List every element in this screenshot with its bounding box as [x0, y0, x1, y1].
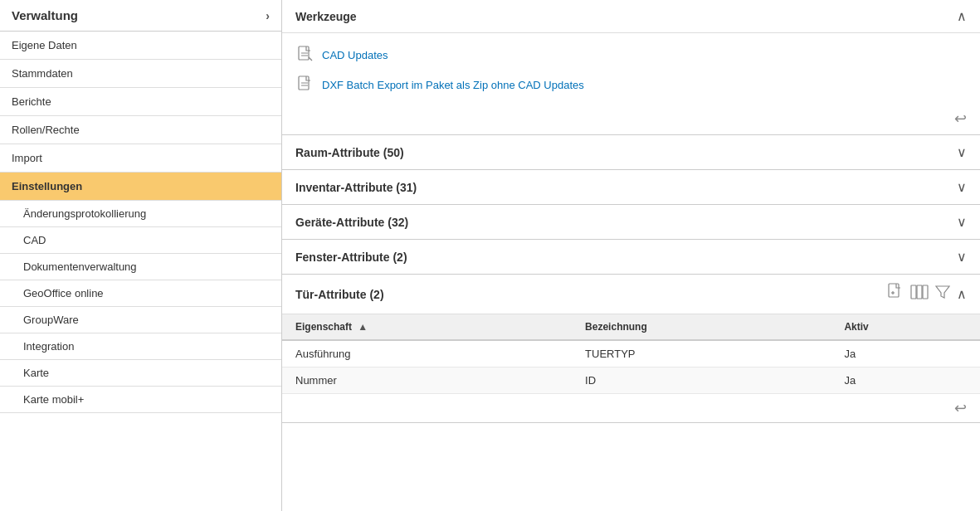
sidebar-header: Verwaltung ›	[0, 0, 281, 32]
geraete-attribute-chevron-icon[interactable]: ∨	[957, 214, 967, 230]
tuer-attribute-title: Tür-Attribute (2)	[295, 288, 384, 301]
tuer-attribute-table: Eigenschaft ▲ Bezeichnung Aktiv Ausführu…	[282, 314, 980, 394]
tuer-new-doc-icon[interactable]	[887, 283, 904, 305]
cell-bezeichnung-1: ID	[572, 367, 831, 394]
svg-rect-11	[923, 285, 928, 299]
inventar-attribute-header[interactable]: Inventar-Attribute (31) ∨	[282, 170, 980, 204]
cell-aktiv-0: Ja	[831, 340, 980, 367]
tuer-attribute-chevron-icon[interactable]: ∧	[957, 286, 967, 302]
section-geraete-attribute: Geräte-Attribute (32) ∨	[282, 205, 980, 240]
werkzeuge-footer: ↩	[282, 106, 980, 134]
sidebar-item-geooffice-online[interactable]: GeoOffice online	[0, 280, 281, 307]
tuer-table-body: Ausführung TUERTYP Ja Nummer ID Ja	[282, 340, 980, 394]
sidebar-item-karte-mobil[interactable]: Karte mobil+	[0, 387, 281, 413]
section-inventar-attribute: Inventar-Attribute (31) ∨	[282, 170, 980, 205]
werkzeuge-chevron-icon[interactable]: ∧	[957, 8, 967, 24]
main-content: Werkzeuge ∧ CAD Updates	[282, 0, 980, 511]
sidebar-item-aenderungsprotokollierung[interactable]: Änderungsprotokollierung	[0, 201, 281, 227]
werkzeuge-item-cad-updates-label: CAD Updates	[322, 49, 388, 61]
inventar-attribute-title: Inventar-Attribute (31)	[295, 181, 417, 194]
cell-bezeichnung-0: TUERTYP	[572, 340, 831, 367]
tuer-undo-icon[interactable]: ↩	[954, 399, 967, 417]
werkzeuge-header[interactable]: Werkzeuge ∧	[282, 0, 980, 33]
raum-attribute-chevron-icon[interactable]: ∨	[957, 144, 967, 160]
sidebar-title: Verwaltung	[12, 8, 78, 22]
tuer-header-right: ∧	[887, 283, 967, 305]
werkzeuge-title: Werkzeuge	[295, 10, 357, 23]
werkzeuge-item-dxf-batch[interactable]: DXF Batch Export im Paket als Zip ohne C…	[295, 70, 967, 100]
table-row[interactable]: Ausführung TUERTYP Ja	[282, 340, 980, 367]
sidebar-item-berichte[interactable]: Berichte	[0, 88, 281, 116]
tuer-footer: ↩	[282, 394, 980, 422]
svg-rect-6	[889, 284, 899, 297]
inventar-attribute-chevron-icon[interactable]: ∨	[957, 179, 967, 195]
sidebar-collapse-icon[interactable]: ›	[266, 9, 270, 22]
werkzeuge-item-dxf-label: DXF Batch Export im Paket als Zip ohne C…	[322, 79, 584, 91]
col-bezeichnung: Bezeichnung	[572, 314, 831, 340]
sidebar: Verwaltung › Eigene Daten Stammdaten Ber…	[0, 0, 282, 511]
cell-eigenschaft-0: Ausführung	[282, 340, 572, 367]
werkzeuge-item-cad-updates[interactable]: CAD Updates	[295, 40, 967, 70]
fenster-attribute-header[interactable]: Fenster-Attribute (2) ∨	[282, 240, 980, 274]
tuer-attribute-header: Tür-Attribute (2)	[282, 275, 980, 314]
section-werkzeuge: Werkzeuge ∧ CAD Updates	[282, 0, 980, 135]
tuer-table-header: Eigenschaft ▲ Bezeichnung Aktiv	[282, 314, 980, 340]
werkzeuge-undo-icon[interactable]: ↩	[954, 110, 967, 128]
sidebar-item-dokumentenverwaltung[interactable]: Dokumentenverwaltung	[0, 254, 281, 280]
sidebar-item-rollen-rechte[interactable]: Rollen/Rechte	[0, 116, 281, 144]
document-icon	[295, 45, 315, 65]
document-export-icon	[295, 75, 315, 95]
sidebar-item-import[interactable]: Import	[0, 144, 281, 173]
fenster-attribute-chevron-icon[interactable]: ∨	[957, 249, 967, 265]
sidebar-item-integration[interactable]: Integration	[0, 333, 281, 360]
tuer-filter-icon[interactable]	[935, 285, 950, 304]
cell-eigenschaft-1: Nummer	[282, 367, 572, 394]
sort-asc-icon[interactable]: ▲	[358, 321, 368, 333]
sidebar-item-cad[interactable]: CAD	[0, 227, 281, 254]
sidebar-item-eigene-daten[interactable]: Eigene Daten	[0, 32, 281, 60]
tuer-column-chooser-icon[interactable]	[910, 284, 929, 304]
geraete-attribute-title: Geräte-Attribute (32)	[295, 216, 408, 229]
cell-aktiv-1: Ja	[831, 367, 980, 394]
svg-rect-10	[917, 285, 922, 299]
werkzeuge-body: CAD Updates DXF Batch Export im Paket al…	[282, 33, 980, 106]
raum-attribute-header[interactable]: Raum-Attribute (50) ∨	[282, 135, 980, 169]
sidebar-item-stammdaten[interactable]: Stammdaten	[0, 60, 281, 88]
fenster-attribute-title: Fenster-Attribute (2)	[295, 251, 407, 264]
svg-rect-9	[911, 285, 916, 299]
section-fenster-attribute: Fenster-Attribute (2) ∨	[282, 240, 980, 275]
sidebar-item-einstellungen[interactable]: Einstellungen	[0, 173, 281, 201]
sidebar-item-karte[interactable]: Karte	[0, 360, 281, 387]
section-tuer-attribute: Tür-Attribute (2)	[282, 275, 980, 423]
svg-marker-12	[936, 286, 949, 298]
sidebar-item-groupware[interactable]: GroupWare	[0, 307, 281, 333]
col-aktiv: Aktiv	[831, 314, 980, 340]
geraete-attribute-header[interactable]: Geräte-Attribute (32) ∨	[282, 205, 980, 239]
tuer-table-header-row: Eigenschaft ▲ Bezeichnung Aktiv	[282, 314, 980, 340]
section-raum-attribute: Raum-Attribute (50) ∨	[282, 135, 980, 170]
table-row[interactable]: Nummer ID Ja	[282, 367, 980, 394]
raum-attribute-title: Raum-Attribute (50)	[295, 146, 404, 159]
col-eigenschaft: Eigenschaft ▲	[282, 314, 572, 340]
